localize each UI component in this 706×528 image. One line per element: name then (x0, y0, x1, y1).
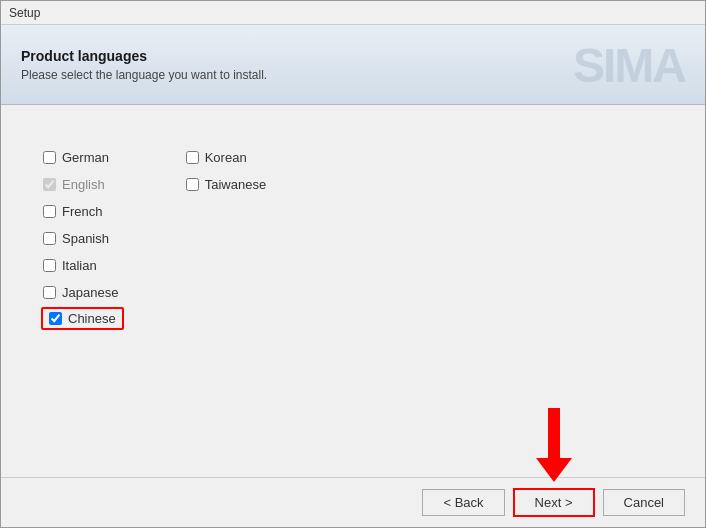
back-button[interactable]: < Back (422, 489, 504, 516)
window-title: Setup (9, 6, 40, 20)
german-checkbox[interactable] (43, 151, 56, 164)
next-button[interactable]: Next > (513, 488, 595, 517)
list-item: French (41, 199, 124, 224)
chinese-label: Chinese (68, 311, 116, 326)
german-label: German (62, 150, 109, 165)
list-item: Japanese (41, 280, 124, 305)
french-label: French (62, 204, 102, 219)
language-column-left: German English French Spanish Italian (41, 145, 124, 330)
arrow-indicator (536, 408, 572, 482)
korean-label: Korean (205, 150, 247, 165)
setup-window: Setup Product languages Please select th… (0, 0, 706, 528)
list-item: Taiwanese (184, 172, 268, 197)
arrow-head (536, 458, 572, 482)
english-label: English (62, 177, 105, 192)
french-checkbox[interactable] (43, 205, 56, 218)
arrow-shaft (548, 408, 560, 458)
list-item: Spanish (41, 226, 124, 251)
english-checkbox[interactable] (43, 178, 56, 191)
content-area: German English French Spanish Italian (1, 105, 705, 477)
chinese-checkbox[interactable] (49, 312, 62, 325)
list-item: Korean (184, 145, 268, 170)
languages-grid: German English French Spanish Italian (41, 145, 665, 330)
title-bar: Setup (1, 1, 705, 25)
taiwanese-checkbox[interactable] (186, 178, 199, 191)
japanese-checkbox[interactable] (43, 286, 56, 299)
taiwanese-label: Taiwanese (205, 177, 266, 192)
list-item: English (41, 172, 124, 197)
spanish-checkbox[interactable] (43, 232, 56, 245)
italian-checkbox[interactable] (43, 259, 56, 272)
list-item: German (41, 145, 124, 170)
language-column-right: Korean Taiwanese (184, 145, 268, 330)
footer-area: < Back Next > Cancel (1, 477, 705, 527)
brand-logo: SIMA (573, 37, 685, 92)
spanish-label: Spanish (62, 231, 109, 246)
header-panel: Product languages Please select the lang… (1, 25, 705, 105)
cancel-button[interactable]: Cancel (603, 489, 685, 516)
italian-label: Italian (62, 258, 97, 273)
list-item: Chinese (41, 307, 124, 330)
japanese-label: Japanese (62, 285, 118, 300)
next-button-wrapper: Next > (513, 488, 595, 517)
list-item: Italian (41, 253, 124, 278)
korean-checkbox[interactable] (186, 151, 199, 164)
